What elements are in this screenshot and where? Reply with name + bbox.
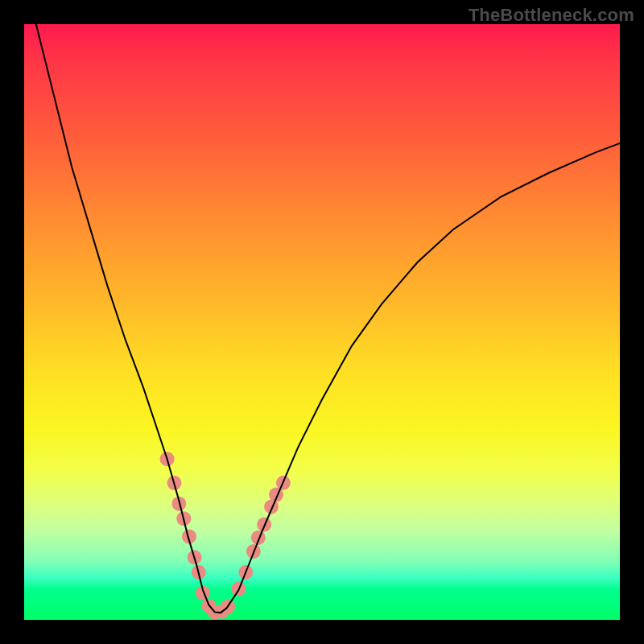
marker-group xyxy=(160,452,291,619)
chart-svg xyxy=(24,24,620,620)
curve-path xyxy=(36,24,620,613)
watermark-text: TheBottleneck.com xyxy=(469,5,634,26)
plot-area xyxy=(24,24,620,620)
chart-stage: TheBottleneck.com xyxy=(0,0,644,644)
